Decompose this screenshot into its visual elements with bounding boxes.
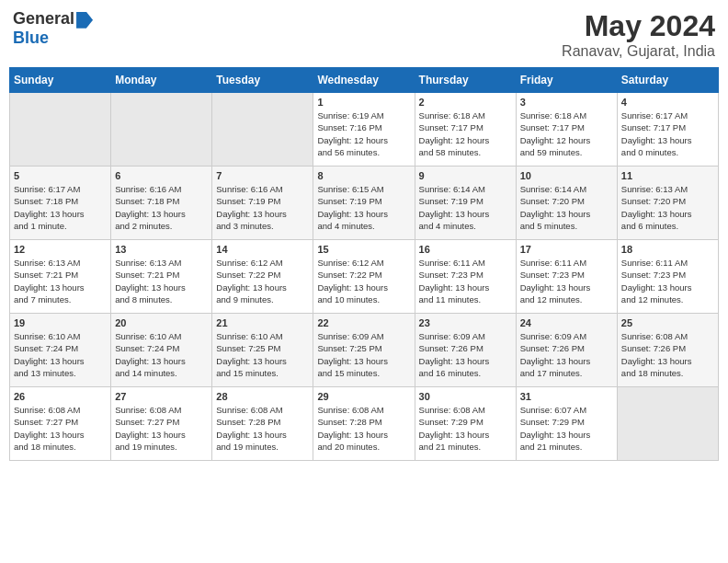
day-info: Sunrise: 6:18 AM Sunset: 7:17 PM Dayligh…: [419, 109, 512, 158]
day-info: Sunrise: 6:09 AM Sunset: 7:25 PM Dayligh…: [317, 330, 410, 379]
day-number: 29: [317, 391, 410, 402]
day-info: Sunrise: 6:15 AM Sunset: 7:19 PM Dayligh…: [317, 183, 410, 232]
calendar-cell: 24Sunrise: 6:09 AM Sunset: 7:26 PM Dayli…: [516, 314, 617, 387]
day-info: Sunrise: 6:07 AM Sunset: 7:29 PM Dayligh…: [520, 404, 613, 453]
day-number: 30: [419, 391, 512, 402]
calendar-week-1: 1Sunrise: 6:19 AM Sunset: 7:16 PM Daylig…: [10, 93, 719, 167]
day-number: 25: [621, 317, 714, 328]
day-info: Sunrise: 6:11 AM Sunset: 7:23 PM Dayligh…: [419, 257, 512, 305]
day-info: Sunrise: 6:16 AM Sunset: 7:19 PM Dayligh…: [216, 183, 309, 232]
calendar-cell: 28Sunrise: 6:08 AM Sunset: 7:28 PM Dayli…: [212, 387, 313, 461]
calendar-cell: 14Sunrise: 6:12 AM Sunset: 7:22 PM Dayli…: [212, 240, 313, 314]
calendar-week-3: 12Sunrise: 6:13 AM Sunset: 7:21 PM Dayli…: [10, 240, 719, 314]
calendar-cell: 29Sunrise: 6:08 AM Sunset: 7:28 PM Dayli…: [313, 387, 415, 461]
logo-blue-text: Blue: [13, 29, 49, 48]
location-subtitle: Ranavav, Gujarat, India: [562, 43, 715, 60]
day-number: 7: [216, 170, 309, 181]
day-number: 27: [115, 391, 208, 402]
calendar-week-5: 26Sunrise: 6:08 AM Sunset: 7:27 PM Dayli…: [10, 387, 719, 461]
day-info: Sunrise: 6:14 AM Sunset: 7:19 PM Dayligh…: [419, 183, 512, 232]
calendar-cell: 12Sunrise: 6:13 AM Sunset: 7:21 PM Dayli…: [10, 240, 111, 314]
day-info: Sunrise: 6:09 AM Sunset: 7:26 PM Dayligh…: [520, 330, 613, 379]
day-info: Sunrise: 6:14 AM Sunset: 7:20 PM Dayligh…: [520, 183, 613, 232]
day-number: 28: [216, 391, 309, 402]
calendar-cell: 25Sunrise: 6:08 AM Sunset: 7:26 PM Dayli…: [617, 314, 718, 387]
day-number: 16: [419, 244, 512, 255]
day-number: 20: [115, 317, 208, 328]
calendar-cell: 18Sunrise: 6:11 AM Sunset: 7:23 PM Dayli…: [617, 240, 718, 314]
day-info: Sunrise: 6:08 AM Sunset: 7:27 PM Dayligh…: [115, 404, 208, 453]
day-info: Sunrise: 6:10 AM Sunset: 7:24 PM Dayligh…: [14, 330, 107, 379]
calendar-cell: 1Sunrise: 6:19 AM Sunset: 7:16 PM Daylig…: [313, 93, 415, 167]
day-info: Sunrise: 6:11 AM Sunset: 7:23 PM Dayligh…: [520, 257, 613, 305]
day-number: 31: [520, 391, 613, 402]
calendar-cell: 6Sunrise: 6:16 AM Sunset: 7:18 PM Daylig…: [111, 167, 212, 240]
day-number: 14: [216, 244, 309, 255]
title-area: May 2024 Ranavav, Gujarat, India: [562, 9, 715, 60]
day-info: Sunrise: 6:12 AM Sunset: 7:22 PM Dayligh…: [216, 257, 309, 305]
day-info: Sunrise: 6:08 AM Sunset: 7:28 PM Dayligh…: [317, 404, 410, 453]
day-number: 12: [14, 244, 107, 255]
calendar-cell: 21Sunrise: 6:10 AM Sunset: 7:25 PM Dayli…: [212, 314, 313, 387]
day-number: 8: [317, 170, 410, 181]
day-number: 4: [621, 97, 714, 108]
day-number: 3: [520, 97, 613, 108]
calendar-cell: 19Sunrise: 6:10 AM Sunset: 7:24 PM Dayli…: [10, 314, 111, 387]
calendar-cell: 11Sunrise: 6:13 AM Sunset: 7:20 PM Dayli…: [617, 167, 718, 240]
day-number: 11: [621, 170, 714, 181]
calendar-header: SundayMondayTuesdayWednesdayThursdayFrid…: [10, 68, 719, 93]
calendar-cell: 27Sunrise: 6:08 AM Sunset: 7:27 PM Dayli…: [111, 387, 212, 461]
day-number: 26: [14, 391, 107, 402]
day-info: Sunrise: 6:13 AM Sunset: 7:20 PM Dayligh…: [621, 183, 714, 232]
logo-general-text: General: [13, 9, 74, 28]
page-header: General Blue May 2024 Ranavav, Gujarat, …: [9, 9, 719, 60]
day-number: 13: [115, 244, 208, 255]
day-info: Sunrise: 6:11 AM Sunset: 7:23 PM Dayligh…: [621, 257, 714, 305]
day-number: 1: [317, 97, 410, 108]
day-number: 15: [317, 244, 410, 255]
header-cell-thursday: Thursday: [415, 68, 516, 93]
day-number: 18: [621, 244, 714, 255]
calendar-cell: [212, 93, 313, 167]
calendar-cell: [617, 387, 718, 461]
header-row: SundayMondayTuesdayWednesdayThursdayFrid…: [10, 68, 719, 93]
calendar-cell: 22Sunrise: 6:09 AM Sunset: 7:25 PM Dayli…: [313, 314, 415, 387]
calendar-cell: 13Sunrise: 6:13 AM Sunset: 7:21 PM Dayli…: [111, 240, 212, 314]
header-cell-saturday: Saturday: [617, 68, 718, 93]
day-info: Sunrise: 6:08 AM Sunset: 7:29 PM Dayligh…: [419, 404, 512, 453]
day-info: Sunrise: 6:13 AM Sunset: 7:21 PM Dayligh…: [115, 257, 208, 305]
logo-top: General: [13, 9, 93, 29]
day-number: 6: [115, 170, 208, 181]
calendar-cell: 2Sunrise: 6:18 AM Sunset: 7:17 PM Daylig…: [415, 93, 516, 167]
calendar-cell: 26Sunrise: 6:08 AM Sunset: 7:27 PM Dayli…: [10, 387, 111, 461]
day-info: Sunrise: 6:16 AM Sunset: 7:18 PM Dayligh…: [115, 183, 208, 232]
day-info: Sunrise: 6:08 AM Sunset: 7:26 PM Dayligh…: [621, 330, 714, 379]
day-info: Sunrise: 6:13 AM Sunset: 7:21 PM Dayligh…: [14, 257, 107, 305]
calendar-week-2: 5Sunrise: 6:17 AM Sunset: 7:18 PM Daylig…: [10, 167, 719, 240]
day-number: 23: [419, 317, 512, 328]
day-info: Sunrise: 6:08 AM Sunset: 7:28 PM Dayligh…: [216, 404, 309, 453]
calendar-cell: 9Sunrise: 6:14 AM Sunset: 7:19 PM Daylig…: [415, 167, 516, 240]
day-info: Sunrise: 6:10 AM Sunset: 7:25 PM Dayligh…: [216, 330, 309, 379]
calendar-cell: 16Sunrise: 6:11 AM Sunset: 7:23 PM Dayli…: [415, 240, 516, 314]
header-cell-tuesday: Tuesday: [212, 68, 313, 93]
day-info: Sunrise: 6:19 AM Sunset: 7:16 PM Dayligh…: [317, 109, 410, 158]
calendar-cell: 5Sunrise: 6:17 AM Sunset: 7:18 PM Daylig…: [10, 167, 111, 240]
header-cell-friday: Friday: [516, 68, 617, 93]
calendar-cell: [10, 93, 111, 167]
day-info: Sunrise: 6:10 AM Sunset: 7:24 PM Dayligh…: [115, 330, 208, 379]
month-title: May 2024: [562, 9, 715, 43]
day-number: 9: [419, 170, 512, 181]
calendar-cell: 17Sunrise: 6:11 AM Sunset: 7:23 PM Dayli…: [516, 240, 617, 314]
day-number: 5: [14, 170, 107, 181]
calendar-table: SundayMondayTuesdayWednesdayThursdayFrid…: [9, 67, 719, 461]
day-info: Sunrise: 6:17 AM Sunset: 7:17 PM Dayligh…: [621, 109, 714, 158]
calendar-cell: 15Sunrise: 6:12 AM Sunset: 7:22 PM Dayli…: [313, 240, 415, 314]
calendar-cell: 4Sunrise: 6:17 AM Sunset: 7:17 PM Daylig…: [617, 93, 718, 167]
calendar-cell: [111, 93, 212, 167]
day-number: 10: [520, 170, 613, 181]
calendar-cell: 31Sunrise: 6:07 AM Sunset: 7:29 PM Dayli…: [516, 387, 617, 461]
day-info: Sunrise: 6:09 AM Sunset: 7:26 PM Dayligh…: [419, 330, 512, 379]
day-info: Sunrise: 6:08 AM Sunset: 7:27 PM Dayligh…: [14, 404, 107, 453]
header-cell-monday: Monday: [111, 68, 212, 93]
